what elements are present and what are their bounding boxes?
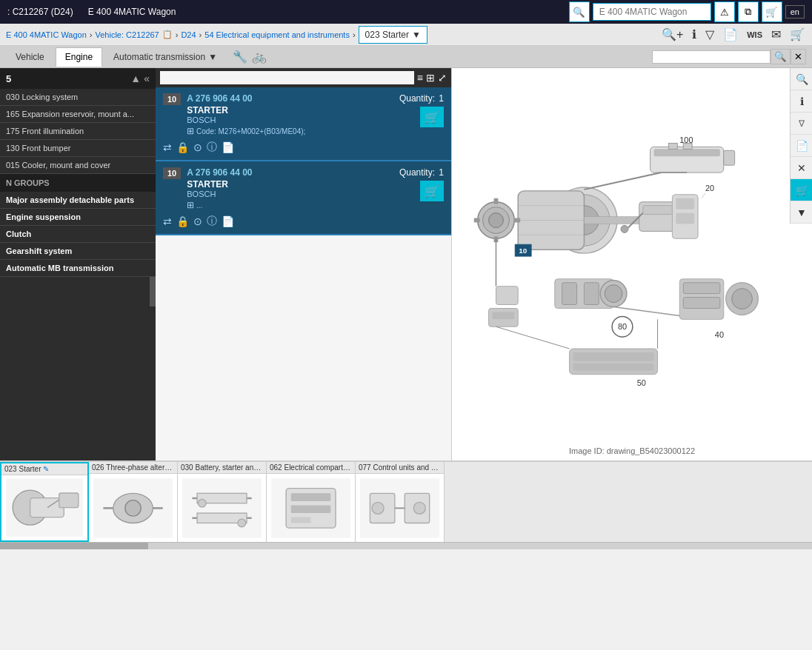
diagram-image-id: Image ID: drawing_B54023000122 xyxy=(565,445,699,457)
thumb-img-3 xyxy=(178,474,266,542)
lock-btn-2[interactable]: 🔒 xyxy=(176,215,189,227)
info-btn-1[interactable]: ⓘ xyxy=(207,141,217,154)
sidebar-item-auto-mb[interactable]: Automatic MB transmission xyxy=(0,260,156,277)
parts-list: ≡ ⊞ ⤢ 10 A 276 906 44 00 STARTER BOS xyxy=(156,68,452,460)
tab-icon-2[interactable]: 🚲 xyxy=(250,48,268,65)
thumb-item-3[interactable]: 030 Battery, starter and alternator line… xyxy=(178,462,267,542)
thumb-img-1 xyxy=(1,475,87,540)
parts-list-btn[interactable]: ≡ xyxy=(417,72,423,84)
svg-rect-26 xyxy=(584,217,642,224)
mail-btn[interactable]: ✉ xyxy=(770,26,782,43)
sidebar-item-label: Engine suspension xyxy=(6,212,81,221)
cart-top-btn[interactable]: 🛒 xyxy=(762,1,782,22)
zoom-in-btn[interactable]: 🔍+ xyxy=(660,26,685,43)
tab-engine[interactable]: Engine xyxy=(56,47,102,67)
print-btn[interactable]: 📄 xyxy=(722,26,739,43)
tab-icon-1[interactable]: 🔧 xyxy=(231,48,249,65)
sidebar-item-locking[interactable]: 030 Locking system xyxy=(0,89,156,106)
sidebar-item-expansion[interactable]: 165 Expansion reservoir, mount a... xyxy=(0,106,156,123)
diag-print[interactable]: 📄 xyxy=(791,135,812,157)
svg-rect-40 xyxy=(584,283,599,305)
part-info-2: A 276 906 44 00 STARTER BOSCH ⊞ ... xyxy=(187,167,252,210)
diag-zoom-in[interactable]: 🔍 xyxy=(791,68,812,90)
bc-starter-dropdown[interactable]: 023 Starter ▼ xyxy=(359,26,427,44)
diag-info[interactable]: ℹ xyxy=(791,90,812,113)
vehicle-name: E 400 4MATIC Wagon xyxy=(88,7,176,17)
part-card-2[interactable]: 10 A 276 906 44 00 STARTER BOSCH ⊞ ... xyxy=(156,161,451,235)
thumb-item-1[interactable]: 023 Starter ✎ xyxy=(0,462,89,542)
thumb-item-2[interactable]: 026 Three-phase alternator ✎ xyxy=(89,462,178,542)
diag-filter[interactable]: ∇ xyxy=(791,113,812,135)
quantity-label-2: Quantity: 1 xyxy=(399,167,444,178)
diagram-area: 🔍 ℹ ∇ 📄 ✕ 🛒 ▼ 100 xyxy=(452,68,812,460)
diag-cart[interactable]: 🛒 xyxy=(791,179,812,201)
sidebar-item-gearshift[interactable]: Gearshift system xyxy=(0,243,156,260)
eye-btn-1[interactable]: ⊙ xyxy=(193,141,202,153)
thumb-img-2 xyxy=(89,474,177,542)
info-btn-2[interactable]: ⓘ xyxy=(207,215,217,228)
tab-vehicle[interactable]: Vehicle xyxy=(6,47,54,67)
svg-rect-46 xyxy=(683,298,720,309)
top-search-btn[interactable]: 🔍 xyxy=(569,1,590,22)
svg-rect-28 xyxy=(643,206,673,215)
svg-rect-39 xyxy=(562,283,577,305)
doc-btn-2[interactable]: 📄 xyxy=(222,215,234,227)
quantity-area-1: Quantity: 1 🛒 xyxy=(399,93,444,127)
parts-search-input[interactable] xyxy=(160,71,414,84)
swap-btn-1[interactable]: ⇄ xyxy=(163,141,172,153)
eye-btn-2[interactable]: ⊙ xyxy=(193,215,202,227)
tab-automatic-transmission[interactable]: Automatic transmission ▼ xyxy=(104,47,227,67)
sidebar-hide-btn[interactable]: « xyxy=(144,73,150,84)
sidebar: 5 ▲ « 030 Locking system 165 Expansion r… xyxy=(0,68,156,460)
warning-icon-btn[interactable]: ⚠ xyxy=(714,1,735,22)
language-btn[interactable]: en xyxy=(785,5,805,19)
info-btn[interactable]: ℹ xyxy=(690,26,698,43)
part-card-1[interactable]: 10 A 276 906 44 00 STARTER BOSCH ⊞ Code:… xyxy=(156,87,451,161)
bc-e400[interactable]: E 400 4MATIC Wagon xyxy=(6,30,87,39)
lock-btn-1[interactable]: 🔒 xyxy=(176,141,189,153)
tab-search-close[interactable]: ✕ xyxy=(791,49,806,64)
tab-engine-label: Engine xyxy=(65,52,93,62)
diag-scroll-down[interactable]: ▼ xyxy=(791,201,812,224)
content-inner: ≡ ⊞ ⤢ 10 A 276 906 44 00 STARTER BOS xyxy=(156,68,812,460)
filter-btn[interactable]: ▽ xyxy=(704,26,716,43)
svg-point-48 xyxy=(732,289,753,309)
chevron-down-icon: ▼ xyxy=(208,52,217,62)
part-info-1: A 276 906 44 00 STARTER BOSCH ⊞ Code: M2… xyxy=(187,93,305,136)
thumb-item-5[interactable]: 077 Control units and relays in... xyxy=(356,462,445,542)
sidebar-item-clutch[interactable]: Clutch xyxy=(0,226,156,243)
tab-search-input[interactable] xyxy=(652,50,771,64)
main-layout: 5 ▲ « 030 Locking system 165 Expansion r… xyxy=(0,68,812,460)
doc-btn-1[interactable]: 📄 xyxy=(222,141,234,153)
parts-grid-btn[interactable]: ⊞ xyxy=(426,72,435,84)
sidebar-item-cooler[interactable]: 015 Cooler, mount and cover xyxy=(0,157,156,174)
diag-close[interactable]: ✕ xyxy=(791,157,812,179)
sidebar-collapse-btn[interactable]: ▲ xyxy=(130,73,141,84)
wis-btn[interactable]: WIS xyxy=(745,29,764,41)
cart-breadcrumb-btn[interactable]: 🛒 xyxy=(788,26,806,43)
model-designation-input[interactable] xyxy=(593,3,711,21)
part-code-1: ⊞ Code: M276+M002+(B03/ME04); xyxy=(187,126,305,136)
sidebar-item-label: 015 Cooler, mount and cover xyxy=(6,161,110,170)
scrollbar-thumb[interactable] xyxy=(0,543,148,549)
bc-electrical[interactable]: 54 Electrical equipment and instruments xyxy=(204,30,350,39)
svg-rect-52 xyxy=(496,287,518,305)
swap-btn-2[interactable]: ⇄ xyxy=(163,215,172,227)
parts-expand-btn[interactable]: ⤢ xyxy=(438,72,447,84)
breadcrumb-bar: E 400 4MATIC Wagon › Vehicle: C212267 📋 … xyxy=(0,24,812,46)
sidebar-scrollbar[interactable] xyxy=(150,277,156,306)
tab-search-btn[interactable]: 🔍 xyxy=(771,49,791,64)
bc-d24[interactable]: D24 xyxy=(181,30,196,39)
sidebar-item-front-bumper[interactable]: 130 Front bumper xyxy=(0,140,156,157)
copy-icon-btn[interactable]: ⧉ xyxy=(738,1,759,22)
thumb-item-4[interactable]: 062 Electrical compartment in front pass… xyxy=(267,462,356,542)
add-to-cart-2[interactable]: 🛒 xyxy=(420,181,444,201)
add-to-cart-1[interactable]: 🛒 xyxy=(420,107,444,127)
sidebar-item-major-assembly[interactable]: Major assembly detachable parts xyxy=(0,192,156,209)
part-name-2: STARTER xyxy=(187,179,252,190)
sidebar-item-illumination[interactable]: 175 Front illumination xyxy=(0,123,156,140)
sidebar-item-engine-suspension[interactable]: Engine suspension xyxy=(0,209,156,226)
bc-vehicle[interactable]: Vehicle: C212267 xyxy=(96,30,159,39)
bottom-scrollbar[interactable] xyxy=(0,542,812,549)
thumb-label-5: 077 Control units and relays in... xyxy=(356,462,444,474)
